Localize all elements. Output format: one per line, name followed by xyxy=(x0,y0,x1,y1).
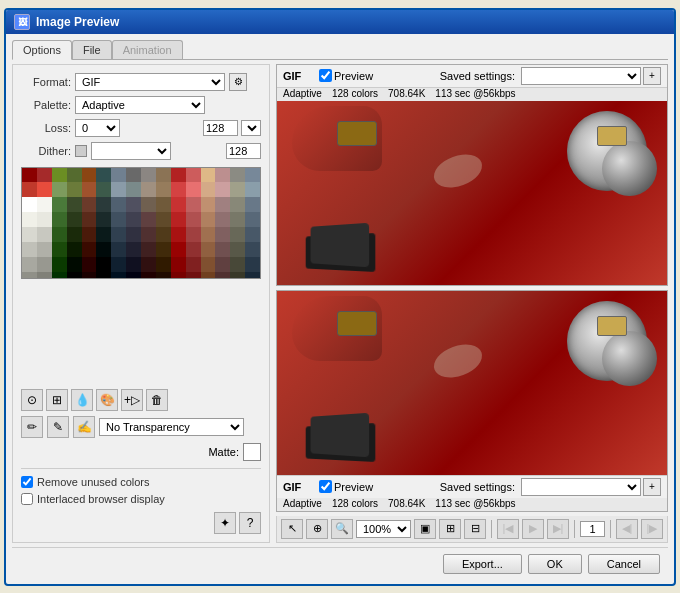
color-cell[interactable] xyxy=(141,257,156,272)
color-cell[interactable] xyxy=(156,197,171,212)
prev-frame-btn[interactable]: |◀ xyxy=(497,519,519,539)
tab-file[interactable]: File xyxy=(72,40,112,59)
next-frame-btn[interactable]: ▶| xyxy=(547,519,569,539)
color-cell[interactable] xyxy=(201,182,216,197)
color-cell[interactable] xyxy=(67,227,82,242)
pencil2-btn[interactable]: ✎ xyxy=(47,416,69,438)
zoom-select[interactable]: 100% xyxy=(356,520,411,538)
color-table[interactable] xyxy=(21,167,261,279)
color-cell[interactable] xyxy=(156,272,171,279)
bottom-saved-select[interactable] xyxy=(521,478,641,496)
color-cell[interactable] xyxy=(82,182,97,197)
color-cell[interactable] xyxy=(230,272,245,279)
color-cell[interactable] xyxy=(111,242,126,257)
color-cell[interactable] xyxy=(96,182,111,197)
color-cell[interactable] xyxy=(52,227,67,242)
color-cell[interactable] xyxy=(111,257,126,272)
color-cell[interactable] xyxy=(52,182,67,197)
color-cell[interactable] xyxy=(96,212,111,227)
arrow-tool-btn[interactable]: ↖ xyxy=(281,519,303,539)
color-cell[interactable] xyxy=(156,242,171,257)
color-cell[interactable] xyxy=(141,182,156,197)
color-cell[interactable] xyxy=(96,168,111,183)
remove-unused-checkbox[interactable] xyxy=(21,476,33,488)
color-cell[interactable] xyxy=(156,168,171,183)
delete-tool-btn[interactable]: 🗑 xyxy=(146,389,168,411)
color-cell[interactable] xyxy=(52,272,67,279)
color-cell[interactable] xyxy=(67,197,82,212)
color-cell[interactable] xyxy=(230,168,245,183)
magic-wand-btn[interactable]: ✦ xyxy=(214,512,236,534)
color-cell[interactable] xyxy=(126,182,141,197)
help-btn[interactable]: ? xyxy=(239,512,261,534)
color-cell[interactable] xyxy=(245,272,260,279)
color-cell[interactable] xyxy=(67,257,82,272)
dither-value[interactable] xyxy=(226,143,261,159)
color-cell[interactable] xyxy=(156,257,171,272)
colors-select[interactable]: ▼ xyxy=(241,120,261,136)
color-cell[interactable] xyxy=(245,197,260,212)
color-cell[interactable] xyxy=(171,197,186,212)
color-cell[interactable] xyxy=(22,197,37,212)
color-cell[interactable] xyxy=(111,227,126,242)
color-cell[interactable] xyxy=(82,242,97,257)
next-btn2[interactable]: |▶ xyxy=(641,519,663,539)
crop-tool-btn[interactable]: ⊕ xyxy=(306,519,328,539)
color-cell[interactable] xyxy=(37,257,52,272)
tab-options[interactable]: Options xyxy=(12,40,72,60)
loss-select[interactable]: 0 xyxy=(75,119,120,137)
color-cell[interactable] xyxy=(141,197,156,212)
color-cell[interactable] xyxy=(67,242,82,257)
matte-color-box[interactable] xyxy=(243,443,261,461)
color-cell[interactable] xyxy=(230,212,245,227)
color-cell[interactable] xyxy=(215,242,230,257)
color-cell[interactable] xyxy=(52,212,67,227)
color-cell[interactable] xyxy=(230,242,245,257)
color-cell[interactable] xyxy=(82,272,97,279)
dither-checkbox[interactable] xyxy=(75,145,87,157)
color-cell[interactable] xyxy=(230,182,245,197)
color-cell[interactable] xyxy=(245,227,260,242)
color-cell[interactable] xyxy=(111,182,126,197)
color-cell[interactable] xyxy=(67,182,82,197)
add-tool-btn[interactable]: +▷ xyxy=(121,389,143,411)
color-cell[interactable] xyxy=(186,182,201,197)
color-cell[interactable] xyxy=(96,227,111,242)
color-cell[interactable] xyxy=(171,212,186,227)
color-cell[interactable] xyxy=(126,257,141,272)
interlaced-checkbox[interactable] xyxy=(21,493,33,505)
color-cell[interactable] xyxy=(215,257,230,272)
color-cell[interactable] xyxy=(186,257,201,272)
color-cell[interactable] xyxy=(171,182,186,197)
color-cell[interactable] xyxy=(201,168,216,183)
color-cell[interactable] xyxy=(37,272,52,279)
color-cell[interactable] xyxy=(245,182,260,197)
color-cell[interactable] xyxy=(67,272,82,279)
color-cell[interactable] xyxy=(22,227,37,242)
color-cell[interactable] xyxy=(230,257,245,272)
color-cell[interactable] xyxy=(215,272,230,279)
top-saved-select[interactable] xyxy=(521,67,641,85)
color-cell[interactable] xyxy=(215,227,230,242)
color-cell[interactable] xyxy=(96,242,111,257)
color-cell[interactable] xyxy=(186,212,201,227)
ok-button[interactable]: OK xyxy=(528,554,582,574)
color-cell[interactable] xyxy=(111,272,126,279)
pencil1-btn[interactable]: ✏ xyxy=(21,416,43,438)
grid-tool-btn[interactable]: ⊞ xyxy=(46,389,68,411)
color-cell[interactable] xyxy=(52,168,67,183)
zoom-tool-btn[interactable]: 🔍 xyxy=(331,519,353,539)
view3-btn[interactable]: ⊟ xyxy=(464,519,486,539)
color-cell[interactable] xyxy=(141,168,156,183)
palette-select[interactable]: Adaptive xyxy=(75,96,205,114)
color-cell[interactable] xyxy=(82,197,97,212)
color-cell[interactable] xyxy=(156,182,171,197)
color-cell[interactable] xyxy=(245,168,260,183)
color-cell[interactable] xyxy=(126,212,141,227)
color-cell[interactable] xyxy=(141,272,156,279)
color-cell[interactable] xyxy=(245,257,260,272)
color-cell[interactable] xyxy=(96,197,111,212)
colors-input[interactable] xyxy=(203,120,238,136)
color-cell[interactable] xyxy=(201,257,216,272)
color-cell[interactable] xyxy=(52,197,67,212)
